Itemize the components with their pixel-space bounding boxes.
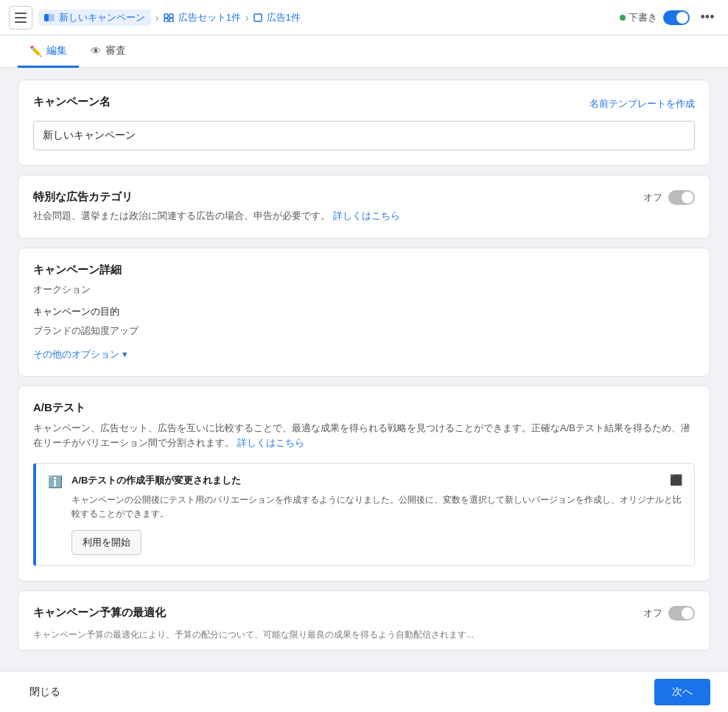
- objective-value: ブランドの認知度アップ: [33, 324, 695, 338]
- ab-info-title: A/Bテストの作成手順が変更されました: [71, 474, 241, 487]
- svg-rect-6: [169, 14, 173, 18]
- ab-info-content: A/Bテストの作成手順が変更されました ⬛ キャンペーンの公開後にテスト用のバリ…: [71, 474, 682, 555]
- publish-toggle[interactable]: [663, 10, 690, 25]
- close-button[interactable]: 閉じる: [18, 680, 72, 705]
- top-bar-right: 下書き •••: [620, 6, 719, 29]
- chevron-down-icon: ▾: [122, 349, 127, 360]
- main-content-area: キャンペーン名 名前テンプレートを作成 特別な広告カテゴリ 社会問題、選挙または…: [0, 68, 728, 671]
- draft-status: 下書き: [620, 11, 657, 24]
- breadcrumb-sep-2: ›: [245, 12, 249, 24]
- budget-opt-title: キャンペーン予算の最適化: [33, 606, 166, 620]
- budget-opt-header: キャンペーン予算の最適化 オフ: [33, 606, 695, 623]
- svg-rect-1: [15, 17, 27, 18]
- sidebar-toggle-button[interactable]: [9, 6, 32, 29]
- svg-rect-0: [15, 13, 27, 14]
- budget-opt-toggle-row: オフ: [643, 606, 695, 621]
- svg-rect-4: [44, 14, 49, 21]
- ab-info-text: キャンペーンの公開後にテスト用のバリエーションを作成するようになりました。公開後…: [71, 493, 682, 521]
- campaign-name-input[interactable]: [33, 121, 695, 150]
- objective-title: キャンペーンの目的: [33, 305, 695, 318]
- external-link-icon[interactable]: ⬛: [670, 474, 682, 486]
- special-ad-toggle[interactable]: [668, 190, 695, 205]
- breadcrumb-adset[interactable]: 広告セット1件: [164, 11, 241, 24]
- svg-rect-2: [15, 21, 27, 23]
- other-options-link[interactable]: その他のオプション ▾: [33, 348, 127, 361]
- special-ad-toggle-row: オフ: [643, 190, 695, 205]
- budget-opt-toggle[interactable]: [668, 606, 695, 621]
- review-icon: 👁: [91, 45, 101, 57]
- special-ad-link[interactable]: 詳しくはこちら: [333, 210, 400, 221]
- budget-optimization-card: キャンペーン予算の最適化 オフ キャンペーン予算の最適化により、予算の配分につい…: [18, 590, 710, 651]
- draft-dot: [620, 15, 626, 21]
- tab-edit[interactable]: ✏️ 編集: [18, 35, 79, 68]
- ab-test-card: A/Bテスト キャンペーン、広告セット、広告を互いに比較することで、最適な成果を…: [18, 385, 710, 582]
- special-ad-header: 特別な広告カテゴリ 社会問題、選挙または政治に関連する広告の場合、申告が必要です…: [33, 190, 695, 223]
- template-link[interactable]: 名前テンプレートを作成: [589, 97, 695, 111]
- ab-info-box: ℹ️ A/Bテストの作成手順が変更されました ⬛ キャンペーンの公開後にテスト用…: [33, 463, 695, 566]
- ab-test-link[interactable]: 詳しくはこちら: [237, 437, 304, 448]
- start-button[interactable]: 利用を開始: [71, 530, 141, 555]
- breadcrumb-ad[interactable]: 広告1件: [253, 11, 301, 24]
- ab-test-desc: キャンペーン、広告セット、広告を互いに比較することで、最適な成果を得られる戦略を…: [33, 421, 695, 452]
- campaign-details-card: キャンペーン詳細 オークション キャンペーンの目的 ブランドの認知度アップ その…: [18, 248, 710, 377]
- tab-review[interactable]: 👁 審査: [79, 35, 138, 68]
- more-options-button[interactable]: •••: [696, 6, 719, 29]
- special-ad-toggle-label: オフ: [643, 191, 662, 204]
- special-ad-desc: 社会問題、選挙または政治に関連する広告の場合、申告が必要です。 詳しくはこちら: [33, 209, 643, 223]
- breadcrumb-sep-1: ›: [155, 12, 159, 24]
- draft-label: 下書き: [629, 11, 657, 24]
- bottom-action-bar: 閉じる 次へ: [0, 671, 728, 712]
- auction-text: オークション: [33, 283, 695, 296]
- edit-icon: ✏️: [29, 45, 42, 57]
- breadcrumb-campaign[interactable]: 新しいキャンペーン: [38, 10, 151, 26]
- special-ad-title: 特別な広告カテゴリ: [33, 190, 133, 203]
- info-circle-icon: ℹ️: [48, 475, 63, 555]
- campaign-name-card: キャンペーン名 名前テンプレートを作成: [18, 80, 710, 166]
- svg-rect-9: [254, 14, 262, 21]
- special-ad-left: 特別な広告カテゴリ 社会問題、選挙または政治に関連する広告の場合、申告が必要です…: [33, 190, 643, 223]
- special-ad-card: 特別な広告カテゴリ 社会問題、選挙または政治に関連する広告の場合、申告が必要です…: [18, 175, 710, 239]
- svg-rect-8: [169, 18, 173, 22]
- tab-bar: ✏️ 編集 👁 審査: [0, 35, 728, 68]
- ab-test-title: A/Bテスト: [33, 401, 85, 413]
- campaign-details-title: キャンペーン詳細: [33, 263, 122, 276]
- campaign-name-header: キャンペーン名 名前テンプレートを作成: [33, 95, 695, 112]
- campaign-name-title: キャンペーン名: [33, 95, 111, 109]
- next-button[interactable]: 次へ: [654, 679, 710, 705]
- breadcrumb: 新しいキャンペーン › 広告セット1件 › 広告1件: [38, 10, 614, 26]
- svg-rect-7: [164, 18, 168, 22]
- budget-opt-partial-text: キャンペーン予算の最適化により、予算の配分について、可能な限り最良の成果を得るよ…: [33, 629, 695, 641]
- budget-opt-toggle-label: オフ: [643, 607, 662, 620]
- top-navigation-bar: 新しいキャンペーン › 広告セット1件 › 広告1件 下書き •••: [0, 0, 728, 35]
- svg-rect-5: [164, 14, 168, 18]
